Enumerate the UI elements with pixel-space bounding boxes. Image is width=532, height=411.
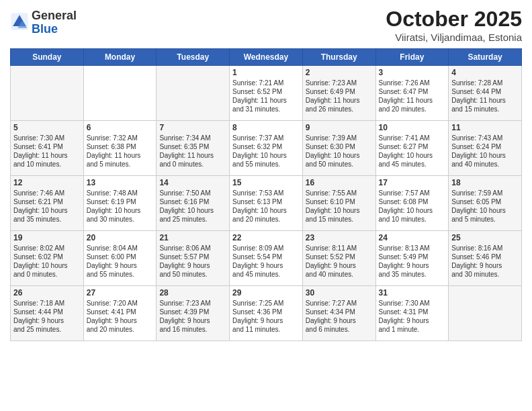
day-info-line: Daylight: 10 hours (306, 151, 373, 160)
day-number: 7 (159, 123, 226, 132)
day-info-line: Sunset: 5:57 PM (159, 253, 226, 261)
day-info-line: Daylight: 10 hours (451, 206, 519, 215)
day-info-line: Sunrise: 7:43 AM (451, 134, 519, 142)
day-number: 25 (451, 233, 519, 242)
day-info-line: and 30 minutes. (451, 270, 519, 279)
day-info-line: Sunrise: 8:04 AM (87, 244, 154, 253)
calendar-cell: 19Sunrise: 8:02 AMSunset: 6:02 PMDayligh… (11, 231, 84, 286)
day-number: 14 (159, 178, 226, 187)
calendar-week-row: 12Sunrise: 7:46 AMSunset: 6:21 PMDayligh… (11, 176, 522, 231)
day-info-line: Daylight: 11 hours (13, 151, 81, 160)
calendar-table: Sunday Monday Tuesday Wednesday Thursday… (10, 48, 522, 341)
day-info-line: and 10 minutes. (13, 160, 81, 169)
day-info-line: Sunrise: 7:50 AM (159, 189, 226, 197)
day-info-line: Daylight: 9 hours (451, 261, 519, 270)
day-info-line: Sunrise: 7:55 AM (306, 189, 373, 197)
logo-general: General (32, 9, 77, 23)
day-info-line: Daylight: 9 hours (379, 261, 446, 270)
day-info-line: Sunrise: 7:30 AM (379, 299, 446, 308)
day-number: 8 (232, 123, 300, 132)
day-info-line: Sunrise: 7:23 AM (159, 299, 226, 308)
day-info-line: Daylight: 10 hours (87, 206, 154, 215)
calendar-cell: 25Sunrise: 8:16 AMSunset: 5:46 PMDayligh… (449, 231, 522, 286)
day-info-line: Sunset: 6:02 PM (13, 253, 81, 261)
day-number: 13 (87, 178, 154, 187)
page-header: General Blue October 2025 Viiratsi, Vilj… (10, 7, 522, 43)
day-info-line: Sunset: 6:08 PM (379, 197, 446, 206)
day-info-line: Daylight: 11 hours (232, 96, 300, 105)
calendar-cell: 13Sunrise: 7:48 AMSunset: 6:19 PMDayligh… (83, 176, 157, 231)
day-info-line: Sunset: 6:05 PM (451, 197, 519, 206)
calendar-cell: 1Sunrise: 7:21 AMSunset: 6:52 PMDaylight… (230, 66, 303, 121)
calendar-cell: 18Sunrise: 7:59 AMSunset: 6:05 PMDayligh… (449, 176, 522, 231)
calendar-cell: 6Sunrise: 7:32 AMSunset: 6:38 PMDaylight… (83, 121, 157, 176)
day-info-line: and 55 minutes. (87, 270, 154, 279)
day-info-line: Daylight: 10 hours (13, 206, 81, 215)
day-info-line: Sunrise: 7:26 AM (379, 79, 446, 87)
day-info-line: Daylight: 11 hours (451, 96, 519, 105)
day-info-line: Sunset: 6:35 PM (159, 142, 226, 151)
day-info-line: Daylight: 9 hours (232, 261, 300, 270)
day-info-line: Sunset: 6:13 PM (232, 197, 300, 206)
day-number: 29 (232, 288, 300, 298)
day-info-line: and 11 minutes. (232, 325, 300, 334)
header-sunday: Sunday (11, 49, 84, 66)
day-info-line: and 35 minutes. (379, 270, 446, 279)
day-number: 12 (13, 178, 81, 187)
calendar-cell: 10Sunrise: 7:41 AMSunset: 6:27 PMDayligh… (375, 121, 449, 176)
title-area: October 2025 Viiratsi, Viljandimaa, Esto… (386, 7, 522, 43)
day-info-line: Sunset: 6:10 PM (306, 197, 373, 206)
day-info-line: Sunset: 4:39 PM (159, 308, 226, 316)
day-info-line: and 15 minutes. (451, 105, 519, 113)
calendar-cell: 26Sunrise: 7:18 AMSunset: 4:44 PMDayligh… (11, 286, 84, 341)
day-info-line: Daylight: 11 hours (159, 151, 226, 160)
day-number: 9 (306, 123, 373, 132)
day-info-line: Sunset: 6:41 PM (13, 142, 81, 151)
day-number: 31 (379, 288, 446, 298)
day-info-line: Daylight: 9 hours (306, 261, 373, 270)
day-info-line: and 25 minutes. (159, 215, 226, 224)
calendar-cell: 16Sunrise: 7:55 AMSunset: 6:10 PMDayligh… (302, 176, 375, 231)
day-number: 16 (306, 178, 373, 187)
day-info-line: Daylight: 10 hours (13, 261, 81, 270)
day-info-line: and 20 minutes. (87, 325, 154, 334)
day-info-line: Sunset: 6:30 PM (306, 142, 373, 151)
day-info-line: Sunset: 6:32 PM (232, 142, 300, 151)
day-info-line: Daylight: 11 hours (87, 151, 154, 160)
day-info-line: Sunset: 4:44 PM (13, 308, 81, 316)
day-number: 17 (379, 178, 446, 187)
day-info-line: Sunrise: 8:02 AM (13, 244, 81, 253)
day-number: 22 (232, 233, 300, 242)
day-number: 5 (13, 123, 81, 132)
calendar-cell: 2Sunrise: 7:23 AMSunset: 6:49 PMDaylight… (302, 66, 375, 121)
day-info-line: Sunrise: 8:13 AM (379, 244, 446, 253)
calendar-cell: 28Sunrise: 7:23 AMSunset: 4:39 PMDayligh… (157, 286, 230, 341)
day-info-line: Sunrise: 7:53 AM (232, 189, 300, 197)
day-info-line: and 20 minutes. (232, 215, 300, 224)
calendar-title: October 2025 (386, 7, 522, 32)
calendar-cell: 24Sunrise: 8:13 AMSunset: 5:49 PMDayligh… (375, 231, 449, 286)
day-info-line: Daylight: 10 hours (451, 151, 519, 160)
day-info-line: and 45 minutes. (232, 270, 300, 279)
day-number: 23 (306, 233, 373, 242)
calendar-week-row: 5Sunrise: 7:30 AMSunset: 6:41 PMDaylight… (11, 121, 522, 176)
calendar-cell: 17Sunrise: 7:57 AMSunset: 6:08 PMDayligh… (375, 176, 449, 231)
day-info-line: Sunrise: 7:48 AM (87, 189, 154, 197)
calendar-cell: 22Sunrise: 8:09 AMSunset: 5:54 PMDayligh… (230, 231, 303, 286)
day-info-line: Sunrise: 7:20 AM (87, 299, 154, 308)
day-info-line: Sunrise: 7:41 AM (379, 134, 446, 142)
day-info-line: Sunset: 5:46 PM (451, 253, 519, 261)
day-info-line: Sunrise: 7:21 AM (232, 79, 300, 87)
calendar-cell: 7Sunrise: 7:34 AMSunset: 6:35 PMDaylight… (157, 121, 230, 176)
day-info-line: Sunset: 6:44 PM (451, 87, 519, 96)
day-info-line: Sunset: 6:19 PM (87, 197, 154, 206)
calendar-week-row: 26Sunrise: 7:18 AMSunset: 4:44 PMDayligh… (11, 286, 522, 341)
day-info-line: and 6 minutes. (306, 325, 373, 334)
day-info-line: Sunset: 6:38 PM (87, 142, 154, 151)
day-info-line: Sunrise: 7:32 AM (87, 134, 154, 142)
day-info-line: Sunrise: 7:18 AM (13, 299, 81, 308)
logo: General Blue (10, 9, 77, 36)
day-number: 18 (451, 178, 519, 187)
weekday-header-row: Sunday Monday Tuesday Wednesday Thursday… (11, 49, 522, 66)
calendar-week-row: 1Sunrise: 7:21 AMSunset: 6:52 PMDaylight… (11, 66, 522, 121)
